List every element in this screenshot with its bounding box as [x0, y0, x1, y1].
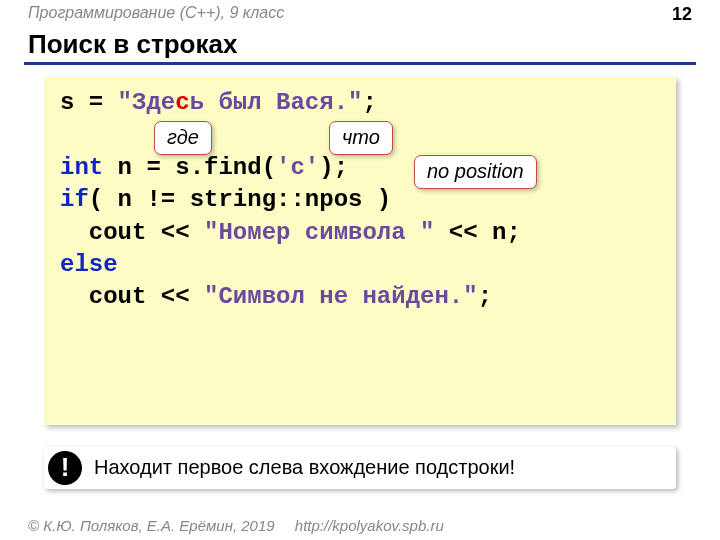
code-text: s = [60, 89, 118, 116]
code-text: ; [362, 89, 376, 116]
code-keyword: int [60, 154, 103, 181]
code-text: ; [478, 283, 492, 310]
code-string: "Номер символа " [204, 219, 434, 246]
callout-where: где [154, 121, 212, 155]
slide-header: Программирование (С++), 9 класс 12 [0, 0, 720, 25]
page-number: 12 [672, 4, 692, 25]
code-text: ); [319, 154, 348, 181]
code-text: << n; [434, 219, 520, 246]
code-text: cout << [60, 219, 204, 246]
code-string: "Символ не найден." [204, 283, 478, 310]
code-keyword: if [60, 186, 89, 213]
code-text: cout << [60, 283, 204, 310]
exclamation-icon: ! [48, 451, 82, 485]
code-string: "Зде [118, 89, 176, 116]
code-string: ь был Вася." [190, 89, 363, 116]
code-keyword: else [60, 251, 118, 278]
callout-no-position: no position [414, 155, 537, 189]
course-name: Программирование (С++), 9 класс [28, 4, 284, 25]
note-box: ! Находит первое слева вхождение подстро… [44, 447, 676, 489]
code-highlight: с [175, 89, 189, 116]
page-title: Поиск в строках [0, 25, 720, 62]
slide-footer: © К.Ю. Поляков, Е.А. Ерёмин, 2019 http:/… [28, 517, 444, 534]
callout-what: что [329, 121, 393, 155]
note-text: Находит первое слева вхождение подстроки… [94, 456, 515, 479]
code-text: ( n != string::npos ) [89, 186, 391, 213]
title-underline [24, 62, 696, 65]
copyright-text: © К.Ю. Поляков, Е.А. Ерёмин, 2019 [28, 517, 275, 534]
code-block: s = "Здесь был Вася."; int n = s.find('с… [44, 77, 676, 425]
footer-link[interactable]: http://kpolyakov.spb.ru [295, 517, 444, 534]
code-string: 'с' [276, 154, 319, 181]
code-text: n = s.find( [103, 154, 276, 181]
